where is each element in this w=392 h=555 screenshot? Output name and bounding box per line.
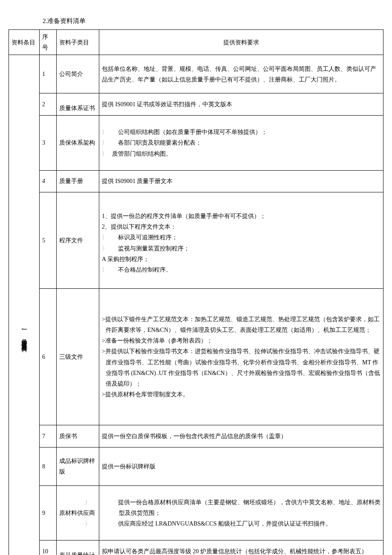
bullet-icon: 〉	[102, 497, 108, 508]
header-col3: 资料子类目	[57, 30, 99, 55]
req-cell: 〉 公司组织结构图（如在质量手册中体现可不单独提供）； 〉 各部门职责及职能要素…	[99, 116, 383, 170]
cat-cell: 质保书	[57, 425, 99, 447]
table-row: 5 程序文件 1、提供一份总的程序文件清单（如质量手册中有可不提供）； 2、提供…	[9, 192, 383, 289]
header-col2: 序号	[40, 30, 57, 55]
seq-cell: 4	[40, 170, 57, 192]
table-row: 6 三级文件 >提供以下锻件生产工艺规范文本：加热工艺规范、锻造工艺规范、热处理…	[9, 289, 383, 425]
cat-cell: 三级文件	[57, 289, 99, 425]
table-row: 10 产品质量统计 拟申请认可各类产品最高强度等级 20 炉质量信息统计（包括化…	[9, 540, 383, 555]
bullet-icon: 〉	[102, 137, 108, 148]
seq-cell: 2	[40, 93, 57, 116]
req-cell: >提供以下锻件生产工艺规范文本：加热工艺规范、锻造工艺规范、热处理工艺规范（包含…	[99, 289, 383, 425]
bullet-icon: 〉	[102, 264, 108, 272]
seq-cell: 7	[40, 425, 57, 447]
seq-cell: 3	[40, 116, 57, 170]
req-cell: 提供 IS09001 质量手册文本	[99, 170, 383, 192]
table-row: 7 质保书 提供一份空白质保书模板，一份包含代表性产品信息的质保书（盖章）	[9, 425, 383, 447]
req-cell: 1、提供一份总的程序文件清单（如质量手册中有可不提供）； 2、提供以下程序文件文…	[99, 192, 383, 289]
table-row: 2 质量体系证书 提供 IS09001 证书或等效证书扫描件，中英文版本	[9, 93, 383, 116]
table-row: 4 质量手册 提供 IS09001 质量手册文本	[9, 170, 383, 192]
table-row: 一、质量管理体系准备资料 1 公司简介 包括单位名称、地址、背景、规模、电话、传…	[9, 55, 383, 93]
seq-cell: 10	[40, 540, 57, 555]
seq-cell: 5	[40, 192, 57, 289]
cat-cell: 成品标识牌样版	[57, 447, 99, 485]
bullet-icon: 〉	[102, 243, 108, 254]
req-cell: 〉 提供一份合格原材料供应商清单（主要是钢锭、钢坯或锻坯），含供方中英文名称、地…	[99, 485, 383, 540]
document-heading: 2.准备资料清单	[9, 17, 383, 25]
cat-cell: 质量手册	[57, 170, 99, 192]
req-cell: 拟申请认可各类产品最高强度等级 20 炉质量信息统计（包括化学成分、机械性能统计…	[99, 540, 383, 555]
cat-cell: 原材料供应商	[57, 485, 99, 540]
cat-cell: 公司简介	[57, 55, 99, 93]
table-row: 3 质保体系架构 〉 公司组织结构图（如在质量手册中体现可不单独提供）； 〉 各…	[9, 116, 383, 170]
bullet-icon: 〉	[102, 232, 108, 243]
seq-cell: 9	[40, 485, 57, 540]
section1-label: 一、质量管理体系准备资料	[9, 55, 40, 555]
seq-cell: 8	[40, 447, 57, 485]
req-cell: 提供一份空白质保书模板，一份包含代表性产品信息的质保书（盖章）	[99, 425, 383, 447]
header-col4: 提供资料要求	[99, 30, 383, 55]
table-row: 8 成品标识牌样版 提供一份标识牌样版	[9, 447, 383, 485]
cat-cell: 质保体系架构	[57, 116, 99, 170]
req-cell: 提供一份标识牌样版	[99, 447, 383, 485]
header-col1: 资料条目	[9, 30, 40, 55]
table-row: 9 原材料供应商 〉 提供一份合格原材料供应商清单（主要是钢锭、钢坯或锻坯），含…	[9, 485, 383, 540]
req-cell: 提供 IS09001 证书或等效证书扫描件，中英文版本	[99, 93, 383, 116]
bullet-icon: 〉	[102, 127, 108, 137]
cat-cell: 程序文件	[57, 192, 99, 289]
seq-cell: 1	[40, 55, 57, 93]
req-cell: 包括单位名称、地址、背景、规模、电话、传真、公司网址、公司平面布局简图、员工人数…	[99, 55, 383, 93]
bullet-icon: 〉	[102, 518, 108, 529]
bullet-icon: 〉	[102, 148, 108, 159]
cat-cell: 产品质量统计	[57, 540, 99, 555]
materials-table: 资料条目 序号 资料子类目 提供资料要求 一、质量管理体系准备资料 1 公司简介…	[9, 29, 383, 555]
seq-cell: 6	[40, 289, 57, 425]
header-row: 资料条目 序号 资料子类目 提供资料要求	[9, 30, 383, 55]
cat-cell: 质量体系证书	[57, 93, 99, 116]
